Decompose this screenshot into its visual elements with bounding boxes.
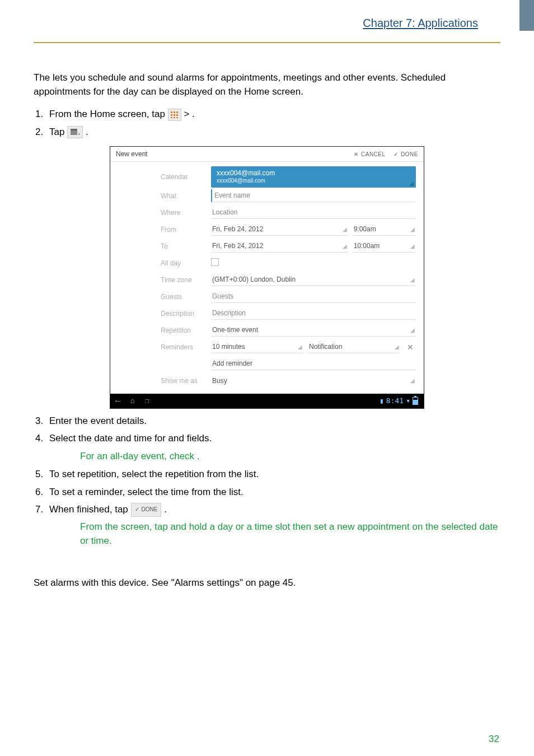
step-2-text-a: Tap <box>49 127 67 137</box>
from-date-value: Fri, Feb 24, 2012 <box>212 225 263 233</box>
dropdown-icon: ◢ <box>410 327 415 333</box>
steps-list-2: Enter the event details. Select the date… <box>34 412 500 548</box>
svg-rect-2 <box>176 111 178 113</box>
step-1-text-c: . <box>192 109 195 119</box>
dropdown-icon: ◢ <box>410 243 415 249</box>
ss-titlebar: New event ✕ CANCEL ✓ DONE <box>110 147 424 162</box>
step-1-text-b: > <box>184 109 192 119</box>
new-event-icon: + <box>67 126 83 138</box>
svg-rect-0 <box>171 111 172 113</box>
header-rule <box>34 42 500 43</box>
home-icon[interactable]: ⌂ <box>130 396 135 405</box>
done-button[interactable]: ✓ DONE <box>394 151 418 157</box>
label-guests: Guests <box>161 293 205 301</box>
dropdown-icon: ◢ <box>410 277 415 283</box>
svg-rect-1 <box>174 111 175 113</box>
label-description: Description <box>161 310 205 318</box>
apps-grid-icon <box>168 109 181 121</box>
svg-rect-8 <box>176 117 178 118</box>
repetition-selector[interactable]: One-time event◢ <box>211 324 416 337</box>
step-5: To set repetition, select the repetition… <box>46 465 500 483</box>
allday-checkbox[interactable] <box>211 258 219 268</box>
repetition-value: One-time event <box>212 326 258 334</box>
from-time-picker[interactable]: 9:00am◢ <box>353 223 416 236</box>
label-reminders: Reminders <box>161 343 205 351</box>
label-timezone: Time zone <box>161 276 205 284</box>
add-reminder-button[interactable]: Add reminder <box>211 357 416 370</box>
checkbox-icon <box>211 258 219 266</box>
from-time-value: 9:00am <box>354 225 376 233</box>
showmeas-value: Busy <box>212 377 227 385</box>
description-input[interactable]: Description <box>211 307 416 320</box>
label-showmeas: Show me as <box>161 377 205 385</box>
location-placeholder: Location <box>212 208 237 216</box>
calendar-selector[interactable]: xxxx004@mail.com xxxx004@mail.com <box>211 166 416 188</box>
intro-paragraph: The lets you schedule and sound alarms f… <box>34 71 500 99</box>
showmeas-selector[interactable]: Busy◢ <box>211 375 416 387</box>
to-time-picker[interactable]: 10:00am◢ <box>353 240 416 253</box>
guests-placeholder: Guests <box>212 292 233 300</box>
battery-icon <box>413 397 418 405</box>
timezone-selector[interactable]: (GMT+0:00) London, Dublin◢ <box>211 273 416 286</box>
step-7: When finished, tap ✓ DONE . From the scr… <box>46 501 500 548</box>
signal-icon: ▮ <box>380 396 384 405</box>
label-allday: All day <box>161 259 205 267</box>
label-repetition: Repetition <box>161 326 205 334</box>
back-icon[interactable]: ⟵ <box>116 396 120 405</box>
new-event-screenshot: New event ✕ CANCEL ✓ DONE Calendar xxxx0… <box>110 146 424 409</box>
timezone-value: (GMT+0:00) London, Dublin <box>212 276 296 283</box>
description-placeholder: Description <box>212 309 246 317</box>
dropdown-icon: ◢ <box>343 243 347 249</box>
reminder-type-value: Notification <box>309 343 342 351</box>
step-4-note: For an all-day event, check . <box>80 450 500 464</box>
svg-rect-4 <box>174 114 175 116</box>
step-1-text-a: From the Home screen, tap <box>49 109 168 119</box>
step-2: Tap + . <box>46 123 500 141</box>
label-calendar: Calendar <box>161 173 205 181</box>
svg-rect-7 <box>174 117 175 118</box>
add-reminder-label: Add reminder <box>212 360 252 367</box>
svg-rect-10 <box>71 129 77 130</box>
steps-list-1: From the Home screen, tap > . Tap <box>34 105 500 141</box>
cancel-label: CANCEL <box>361 151 386 157</box>
done-chip-label: DONE <box>142 505 158 515</box>
step-1: From the Home screen, tap > . <box>46 105 500 123</box>
done-icon-chip: ✓ DONE <box>131 503 162 517</box>
wifi-icon: ▾ <box>406 396 410 405</box>
label-what: What <box>161 192 205 200</box>
label-to: To <box>161 242 205 250</box>
step-7-note: From the screen, tap and hold a day or a… <box>80 520 500 548</box>
dropdown-icon: ◢ <box>410 377 415 384</box>
label-from: From <box>161 226 205 234</box>
recents-icon[interactable]: ❐ <box>145 396 149 405</box>
step-4: Select the date and time for and fields.… <box>46 430 500 463</box>
remove-reminder-icon[interactable]: ✕ <box>405 343 416 352</box>
step-3: Enter the event details. <box>46 412 500 430</box>
page-number: 32 <box>489 734 499 745</box>
svg-rect-3 <box>171 114 172 116</box>
chapter-header: Chapter 7: Applications <box>34 17 500 30</box>
side-tab <box>519 0 534 31</box>
dropdown-icon: ◢ <box>298 344 302 350</box>
cancel-button[interactable]: ✕ CANCEL <box>354 151 386 157</box>
to-date-picker[interactable]: Fri, Feb 24, 2012◢ <box>211 240 348 253</box>
location-input[interactable]: Location <box>211 206 416 219</box>
label-where: Where <box>161 209 205 217</box>
from-date-picker[interactable]: Fri, Feb 24, 2012◢ <box>211 223 348 236</box>
step-6: To set a reminder, select the time from … <box>46 483 500 501</box>
guests-input[interactable]: Guests <box>211 290 416 303</box>
alarms-paragraph: Set alarms with this device. See "Alarms… <box>34 576 500 590</box>
event-name-input[interactable]: Event name <box>211 189 416 202</box>
step-2-text-b: . <box>86 127 88 137</box>
dropdown-icon: ◢ <box>395 344 399 350</box>
to-time-value: 10:00am <box>354 242 380 250</box>
svg-rect-6 <box>171 117 172 118</box>
step-4-text: Select the date and time for and fields. <box>49 433 212 444</box>
check-icon: ✓ <box>394 151 399 157</box>
check-icon: ✓ <box>135 505 139 515</box>
android-navbar: ⟵ ⌂ ❐ ▮ 8:41 ▾ <box>110 394 424 408</box>
reminder-time-value: 10 minutes <box>212 343 245 351</box>
step-7-text-b: . <box>164 504 167 515</box>
reminder-time-selector[interactable]: 10 minutes◢ <box>211 340 303 353</box>
reminder-type-selector[interactable]: Notification◢ <box>308 340 400 353</box>
